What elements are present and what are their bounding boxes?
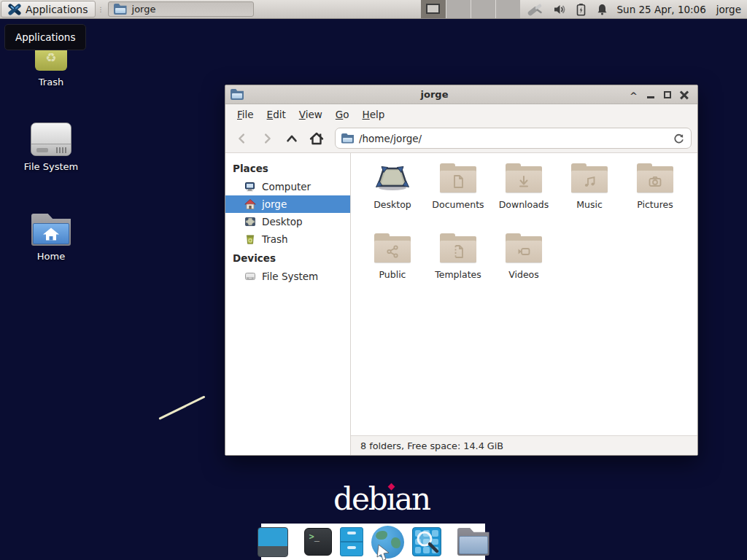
cursor-arrow-icon	[376, 544, 392, 560]
magnifier-icon	[414, 529, 441, 556]
sidebar-item-desktop[interactable]: Desktop	[225, 213, 350, 230]
sidebar-item-label: Desktop	[262, 216, 303, 228]
panel-clock[interactable]: Sun 25 Apr, 10:06	[617, 4, 706, 15]
minimize-button[interactable]	[642, 87, 659, 103]
sidebar-item-trash[interactable]: Trash	[225, 230, 350, 248]
desktop-icon-label: File System	[24, 161, 78, 172]
folder-item-documents[interactable]: Documents	[425, 163, 491, 233]
sidebar-header-places: Places	[225, 158, 350, 178]
folder-icon	[571, 163, 608, 192]
file-manager-window: jorge ^ File Edit View Go Help	[225, 85, 698, 456]
folder-item-templates[interactable]: Templates	[425, 233, 491, 303]
up-button[interactable]	[281, 128, 303, 149]
desktop-icon	[244, 216, 256, 228]
desktop-icon-label: Trash	[39, 77, 63, 88]
sidebar-item-file-system[interactable]: File System	[225, 268, 350, 285]
computer-icon	[244, 181, 256, 192]
workspace-1[interactable]	[421, 0, 446, 18]
folder-label: Downloads	[499, 199, 549, 210]
document-glyph	[450, 174, 466, 190]
show-desktop-icon	[258, 527, 288, 557]
path-bar[interactable]	[335, 128, 692, 149]
menu-help[interactable]: Help	[356, 106, 392, 123]
folder-item-downloads[interactable]: Downloads	[491, 163, 557, 233]
folder-label: Videos	[508, 269, 539, 280]
forward-button[interactable]	[256, 128, 278, 149]
workspace-3[interactable]	[471, 0, 495, 18]
folder-icon	[440, 233, 476, 262]
panel-separator-grip: ⋮	[96, 0, 105, 18]
dock-directory-menu-button[interactable]	[457, 528, 489, 556]
maximize-button[interactable]	[659, 87, 676, 103]
battery-charging-icon[interactable]	[576, 3, 587, 16]
status-text: 8 folders, Free space: 14.4 GiB	[360, 440, 503, 451]
desktop-icon-home[interactable]: Home	[11, 214, 91, 262]
house-icon	[42, 227, 61, 241]
dock-app-finder-button[interactable]	[412, 527, 441, 556]
folder-item-desktop[interactable]: Desktop	[360, 163, 425, 233]
menu-go[interactable]: Go	[329, 106, 356, 123]
folder-item-music[interactable]: Music	[557, 163, 622, 233]
panel-username: jorge	[716, 4, 741, 15]
template-glyph	[450, 244, 466, 260]
menu-file[interactable]: File	[231, 106, 260, 123]
workspace-switcher	[421, 0, 520, 18]
shade-button[interactable]: ^	[625, 87, 642, 103]
file-grid[interactable]: Desktop Documents	[351, 153, 697, 435]
desktop-folder-icon	[374, 163, 411, 192]
window-title: jorge	[244, 89, 625, 100]
sidebar-item-label: Computer	[262, 181, 311, 192]
app-finder-icon	[412, 527, 441, 556]
notifications-icon[interactable]	[596, 3, 608, 16]
dock-file-manager-button[interactable]	[340, 527, 363, 556]
debian-logo-text: deb	[333, 481, 387, 517]
terminal-icon: >_	[304, 528, 332, 556]
menu-view[interactable]: View	[293, 106, 329, 123]
folder-item-videos[interactable]: Videos	[491, 233, 557, 303]
workspace-window-preview	[426, 4, 440, 14]
globe-browser-icon	[371, 526, 404, 559]
folder-label: Music	[576, 199, 603, 210]
file-view: Desktop Documents	[351, 153, 697, 455]
dock-web-browser-button[interactable]	[371, 526, 404, 559]
path-input[interactable]	[359, 133, 667, 144]
camera-glyph	[647, 174, 663, 190]
path-folder-icon	[341, 133, 354, 144]
folder-label: Desktop	[374, 199, 411, 210]
taskbar-window-button[interactable]: jorge	[108, 1, 254, 17]
desktop-icon-file-system[interactable]: File System	[11, 122, 91, 172]
desktop-icon-label: Home	[37, 251, 65, 262]
reload-icon[interactable]	[672, 132, 685, 145]
home-button[interactable]	[306, 128, 328, 149]
close-button[interactable]	[676, 87, 692, 103]
applications-menu-button[interactable]: Applications	[1, 1, 96, 18]
folder-label: Templates	[435, 269, 481, 280]
sidebar-item-label: File System	[262, 271, 318, 282]
hard-drive-icon	[244, 271, 256, 282]
folder-icon	[457, 528, 489, 556]
removable-media-icon[interactable]	[527, 3, 543, 16]
folder-item-public[interactable]: Public	[360, 233, 425, 303]
dock-show-desktop-button[interactable]	[258, 527, 288, 557]
volume-icon[interactable]	[553, 3, 566, 16]
workspace-2[interactable]	[446, 0, 471, 18]
sidebar-item-label: jorge	[262, 198, 287, 210]
back-button[interactable]	[231, 128, 253, 149]
folder-item-pictures[interactable]: Pictures	[622, 163, 688, 233]
xfce-logo-icon	[8, 3, 21, 16]
folder-label: Documents	[432, 199, 484, 210]
dock-terminal-button[interactable]: >_	[304, 528, 332, 556]
folder-icon	[637, 163, 673, 192]
dock: >_	[261, 524, 485, 560]
folder-icon	[506, 233, 542, 262]
menu-edit[interactable]: Edit	[260, 106, 293, 123]
hard-drive-icon	[31, 122, 71, 156]
sidebar-item-computer[interactable]: Computer	[225, 178, 350, 195]
toolbar	[225, 124, 697, 153]
window-titlebar[interactable]: jorge ^	[225, 85, 697, 104]
trash-icon	[244, 233, 256, 245]
share-glyph	[384, 244, 400, 260]
workspace-4[interactable]	[495, 0, 520, 18]
desktop-artifact-line	[158, 395, 205, 419]
sidebar-item-jorge[interactable]: jorge	[225, 195, 350, 213]
